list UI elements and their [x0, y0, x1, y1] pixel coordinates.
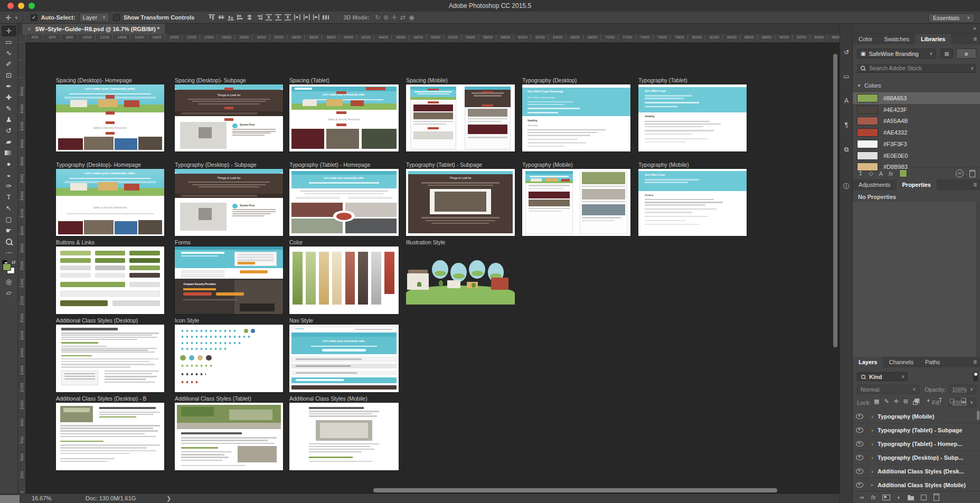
new-group-icon[interactable]: [908, 496, 914, 500]
artboard-label[interactable]: Forms: [175, 239, 191, 246]
artboard-label[interactable]: Typography (Tablet) - Homepage: [289, 162, 371, 168]
close-document-icon[interactable]: ×: [27, 26, 31, 32]
clone-source-panel-icon[interactable]: ⧉: [840, 144, 853, 155]
artboard-label[interactable]: Color: [289, 239, 303, 246]
visibility-toggle[interactable]: [853, 437, 867, 450]
hand-tool[interactable]: ☛: [2, 225, 16, 236]
layer-row[interactable]: ›Additional Class Styles (Desk...: [853, 464, 980, 478]
artboard-label[interactable]: Typography (Tablet) - Subpage: [406, 162, 482, 168]
artboard-label[interactable]: Spacing (Tablet): [289, 77, 329, 84]
artboard-label[interactable]: Additional Class Styles (Mobile): [289, 395, 368, 402]
info-panel-icon[interactable]: ⓘ: [840, 181, 853, 192]
opacity-field[interactable]: 100%∨: [949, 385, 976, 394]
colors-section-header[interactable]: ▼ Colors: [857, 82, 881, 89]
3d-roll-icon[interactable]: ⊚: [383, 14, 389, 21]
lock-position-icon[interactable]: ✛: [894, 398, 899, 405]
lasso-tool[interactable]: ∿: [2, 48, 16, 59]
path-selection-tool[interactable]: ↖: [2, 203, 16, 214]
artboard[interactable]: [175, 403, 283, 470]
clone-stamp-tool[interactable]: ♟: [2, 114, 16, 125]
tab-layers[interactable]: Layers: [853, 357, 883, 367]
visibility-toggle[interactable]: [853, 451, 867, 464]
expand-chevron-icon[interactable]: ›: [867, 454, 878, 461]
expand-chevron-icon[interactable]: ›: [867, 427, 878, 433]
move-tool-preset-icon[interactable]: ✛: [5, 14, 11, 22]
blend-mode-dropdown[interactable]: Normal∨: [857, 385, 919, 394]
maximize-window-button[interactable]: [29, 3, 35, 9]
artboard[interactable]: Hero Main CopyHeading: [638, 169, 747, 236]
visibility-toggle[interactable]: [853, 410, 867, 423]
library-color-row[interactable]: #88A653: [853, 92, 980, 104]
layer-row[interactable]: ›Typography (Mobile): [853, 410, 980, 423]
artboard[interactable]: Things to Look forSystem Price: [175, 84, 283, 151]
quick-mask-button[interactable]: ◎: [2, 276, 16, 287]
artboard[interactable]: Compare Security Providers: [175, 246, 283, 314]
lock-pixels-icon[interactable]: ✎: [884, 398, 889, 405]
artboard-label[interactable]: Spacing (Mobile): [406, 77, 448, 84]
expand-chevron-icon[interactable]: ›: [867, 468, 878, 474]
workspace-switcher[interactable]: Essentials∨: [928, 13, 975, 23]
3d-slide-icon[interactable]: ⇄: [400, 14, 406, 21]
distribute-spacing-icon[interactable]: [322, 14, 329, 22]
align-bottom-edges-icon[interactable]: [227, 14, 234, 22]
auto-select-checkbox[interactable]: ✓: [31, 14, 37, 21]
tool-preset-caret-icon[interactable]: ∨: [15, 15, 18, 20]
artboard[interactable]: Things to Look forSystem Price: [175, 169, 283, 236]
quick-selection-tool[interactable]: ✐: [2, 59, 16, 70]
status-chevron-icon[interactable]: ❯: [166, 495, 171, 502]
artboard-label[interactable]: Spacing (Desktop)- Homepage: [56, 77, 132, 84]
artboard[interactable]: Let's make your community safer.: [289, 169, 399, 236]
move-tool[interactable]: ✛: [2, 25, 16, 36]
artboard[interactable]: [289, 403, 399, 470]
tab-channels[interactable]: Channels: [883, 357, 919, 367]
artboard[interactable]: [522, 169, 630, 236]
history-brush-tool[interactable]: ↺: [2, 125, 16, 136]
screen-mode-button[interactable]: ▱: [2, 287, 16, 298]
panel-menu-icon[interactable]: ≡: [973, 358, 977, 366]
crop-tool[interactable]: ⊡: [2, 70, 16, 81]
layer-filter-toggle[interactable]: [973, 372, 978, 382]
color-swatch[interactable]: [857, 151, 878, 160]
distribute-bottom-edges-icon[interactable]: [284, 14, 291, 22]
distribute-right-edges-icon[interactable]: [313, 14, 320, 22]
character-panel-icon[interactable]: A: [840, 95, 853, 107]
filter-adjustment-layers-icon[interactable]: ◐: [924, 396, 934, 405]
color-swatch[interactable]: [857, 140, 878, 148]
tab-libraries[interactable]: Libraries: [915, 34, 951, 44]
artboard[interactable]: Let's make your community safer.Safety &…: [289, 84, 399, 151]
type-tool[interactable]: T: [2, 192, 16, 203]
panel-menu-icon[interactable]: ≡: [973, 35, 977, 43]
3d-camera-icon[interactable]: ◉: [409, 14, 414, 21]
layer-row[interactable]: ›Typography (Tablet) - Homep...: [853, 437, 980, 451]
artboard[interactable]: Let's make your community safer.Safety &…: [56, 84, 164, 151]
minimize-window-button[interactable]: [18, 3, 24, 9]
lock-transparency-icon[interactable]: ▦: [874, 398, 879, 405]
artboard[interactable]: [56, 325, 164, 392]
artboard[interactable]: Let's make your community safer.Safety &…: [56, 169, 164, 236]
library-color-row[interactable]: #F3F3F3: [853, 138, 980, 150]
healing-brush-tool[interactable]: ✚: [2, 92, 16, 103]
layer-filter-kind-dropdown[interactable]: Kind ∨: [857, 372, 908, 381]
layer-row[interactable]: ›Typography (Desktop) - Subp...: [853, 451, 980, 464]
eyedropper-tool[interactable]: ✒: [2, 81, 16, 92]
panel-menu-icon[interactable]: ≡: [973, 181, 977, 188]
tab-swatches[interactable]: Swatches: [878, 34, 915, 44]
library-color-row[interactable]: #D8B983: [853, 161, 980, 173]
artboard-label[interactable]: Illustration Style: [406, 239, 445, 246]
brush-tool[interactable]: ✎: [2, 103, 16, 114]
delete-layer-icon[interactable]: [934, 493, 939, 501]
filter-type-layers-icon[interactable]: T: [935, 396, 946, 405]
distribute-top-edges-icon[interactable]: [265, 14, 272, 22]
filter-pixel-layers-icon[interactable]: ▦: [912, 396, 922, 405]
artboard-label[interactable]: Typography (Tablet): [638, 77, 687, 84]
pen-tool[interactable]: ✑: [2, 181, 16, 192]
foreground-background-colors[interactable]: ⇄: [2, 260, 16, 273]
visibility-toggle[interactable]: [853, 464, 867, 478]
tab-paths[interactable]: Paths: [919, 357, 946, 367]
eraser-tool[interactable]: ▰: [2, 136, 16, 147]
visibility-toggle[interactable]: [853, 423, 867, 436]
artboard[interactable]: Things to Look for: [406, 169, 515, 236]
align-left-edges-icon[interactable]: [237, 14, 244, 22]
add-layer-mask-icon[interactable]: [882, 495, 890, 500]
tab-properties[interactable]: Properties: [897, 179, 937, 190]
